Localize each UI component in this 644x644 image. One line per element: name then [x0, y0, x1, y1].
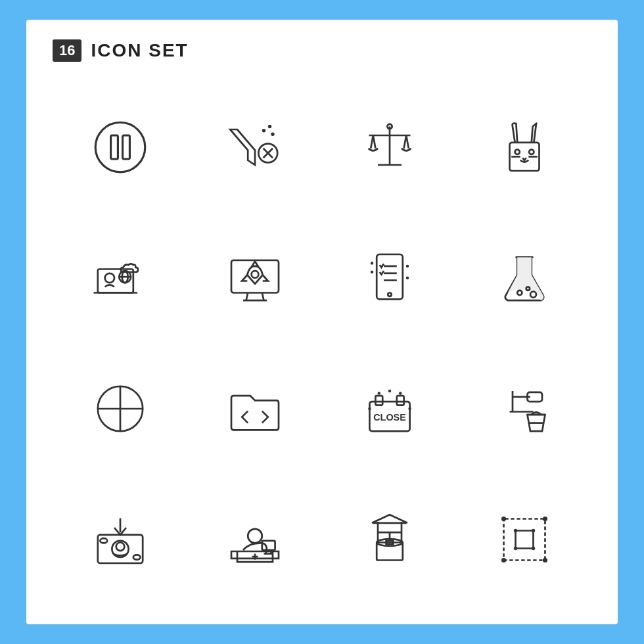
svg-point-34: [388, 292, 391, 296]
svg-point-53: [377, 392, 380, 395]
icon-cell-crop: [457, 474, 591, 605]
main-card: 16 ICON SET: [26, 20, 618, 624]
icon-cell-close: CLOSE: [322, 343, 457, 474]
svg-point-3: [262, 129, 265, 132]
icon-cell-filter: [187, 81, 322, 212]
svg-point-89: [501, 557, 505, 562]
icon-cell-checklist: [322, 212, 457, 343]
pause-icon: [91, 118, 150, 177]
svg-point-88: [542, 557, 547, 562]
paint-tools-icon: [495, 379, 554, 438]
svg-point-0: [95, 122, 145, 172]
svg-point-92: [531, 546, 534, 549]
svg-point-24: [104, 273, 114, 282]
header-title: ICON SET: [91, 40, 188, 61]
svg-rect-85: [515, 530, 533, 548]
crop-icon: [495, 510, 554, 569]
header-number: 16: [53, 39, 81, 62]
checklist-icon: [360, 248, 419, 308]
icon-cell-rabbit: [457, 81, 591, 212]
svg-point-4: [267, 124, 271, 127]
svg-line-30: [262, 292, 264, 300]
money-icon: [91, 510, 150, 569]
svg-line-29: [246, 292, 248, 300]
header: 16 ICON SET: [53, 39, 591, 62]
svg-point-66: [116, 542, 124, 551]
svg-point-32: [251, 271, 258, 278]
svg-point-68: [133, 555, 140, 559]
icon-cell-pause: [53, 81, 187, 212]
code-folder-icon: [225, 379, 285, 438]
icon-cell-education: [53, 212, 187, 343]
svg-text:CLOSE: CLOSE: [373, 412, 406, 423]
svg-point-72: [248, 528, 262, 543]
svg-rect-84: [503, 518, 545, 560]
svg-point-91: [531, 528, 534, 532]
icon-cell-flask: [457, 212, 591, 343]
svg-point-40: [405, 264, 409, 267]
icon-cell-scale: [322, 81, 457, 212]
svg-rect-73: [262, 540, 275, 549]
svg-point-57: [408, 407, 411, 410]
icon-cell-crosshair: [53, 343, 187, 474]
svg-line-16: [406, 135, 409, 149]
svg-point-54: [398, 392, 402, 395]
svg-point-93: [513, 546, 517, 549]
icon-grid: CLOSE: [53, 81, 591, 605]
svg-point-87: [542, 516, 547, 520]
svg-rect-2: [122, 135, 129, 159]
icon-cell-medical: [187, 474, 322, 605]
flask-icon: [495, 248, 554, 308]
icon-cell-money: [53, 474, 187, 605]
svg-point-18: [515, 149, 519, 154]
medical-icon: [225, 510, 285, 569]
svg-point-45: [530, 291, 536, 297]
svg-rect-50: [375, 396, 382, 405]
close-sign-icon: CLOSE: [360, 379, 419, 438]
icon-cell-folder: [187, 343, 322, 474]
rocket-monitor-icon: [225, 248, 285, 308]
svg-point-43: [517, 290, 522, 294]
filter-icon: [225, 118, 285, 177]
svg-point-86: [501, 516, 505, 520]
svg-point-55: [388, 389, 391, 392]
icon-cell-paint: [457, 343, 591, 474]
svg-point-5: [271, 132, 274, 135]
education-icon: [91, 248, 150, 308]
svg-point-67: [100, 538, 107, 543]
crosshair-icon: [91, 379, 150, 438]
rabbit-icon: [495, 118, 554, 177]
icon-cell-rocket: [187, 212, 322, 343]
icon-cell-well: [322, 474, 457, 605]
svg-point-90: [513, 528, 517, 532]
svg-point-38: [370, 262, 373, 265]
well-icon: [360, 510, 419, 569]
scale-icon: [360, 118, 419, 177]
svg-point-56: [368, 407, 371, 410]
svg-point-39: [370, 270, 373, 273]
svg-rect-1: [110, 135, 118, 159]
svg-rect-51: [396, 396, 403, 405]
svg-point-19: [529, 149, 534, 154]
svg-point-41: [405, 276, 409, 279]
svg-line-14: [373, 135, 375, 149]
svg-rect-28: [231, 260, 279, 293]
